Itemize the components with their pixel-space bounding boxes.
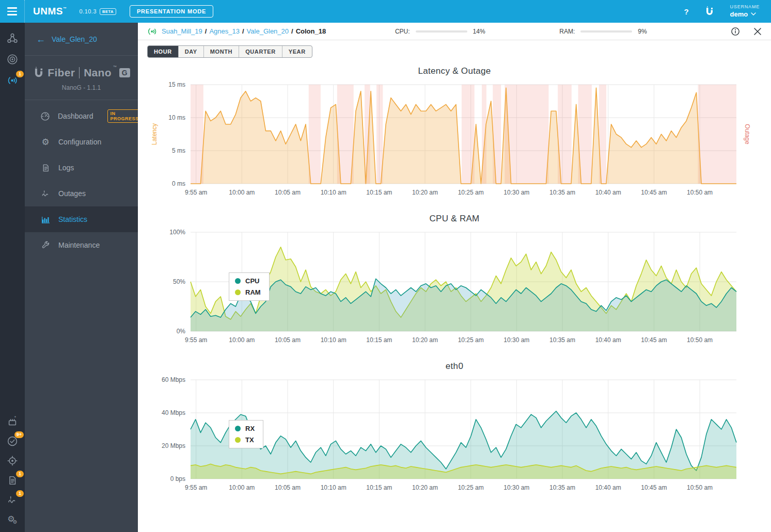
nav-item-dashboard[interactable]: Dashboard IN PROGRESS — [25, 103, 138, 129]
device-identity: Fiber Nano ™ G NanoG - 1.1.1 — [25, 56, 138, 100]
svg-text:10:40 am: 10:40 am — [595, 336, 621, 344]
device-model: Nano — [84, 67, 112, 79]
rx-legend-dot — [235, 426, 241, 431]
svg-text:10:15 am: 10:15 am — [366, 484, 392, 491]
device-model-suffix: G — [119, 68, 130, 77]
cpu-legend-dot — [235, 278, 241, 284]
breadcrumb-link[interactable]: Vale_Glen_20 — [247, 27, 289, 35]
svg-text:10:45 am: 10:45 am — [641, 336, 667, 344]
tab-day[interactable]: DAY — [179, 46, 204, 57]
info-icon[interactable] — [731, 27, 740, 36]
cpu-value: 14% — [473, 28, 491, 35]
configuration-icon: ⚙ — [40, 138, 51, 147]
latency-outage-chart: Latency & Outage 0 ms5 ms10 ms15 ms9:55 … — [143, 66, 766, 201]
nav-item-statistics[interactable]: Statistics — [25, 206, 138, 232]
tab-quarter[interactable]: QUARTER — [239, 46, 282, 57]
help-icon[interactable]: ? — [684, 7, 688, 16]
breadcrumb: Suah_Mill_19 / Agnes_13 / Vale_Glen_20 /… — [162, 27, 326, 35]
cpu-ram-chart: CPU & RAM 0%50%100%9:55 am10:00 am10:05 … — [143, 214, 766, 349]
close-icon[interactable] — [753, 27, 762, 36]
tab-year[interactable]: YEAR — [282, 46, 312, 57]
svg-text:*: * — [14, 416, 17, 420]
ram-legend-label: RAM — [245, 288, 261, 296]
nav-label: Outages — [58, 189, 86, 198]
back-site-name: Vale_Glen_20 — [52, 35, 97, 43]
outages-rail-badge: 1 — [16, 490, 24, 497]
cpu-meter: CPU: 14% — [395, 28, 491, 35]
eth0-chart: eth0 0 bps20 Mbps40 Mbps60 Mbps9:55 am10… — [143, 361, 766, 496]
rx-legend-label: RX — [245, 425, 255, 432]
username-label: USERNAME — [730, 4, 760, 10]
svg-text:10:50 am: 10:50 am — [687, 336, 713, 344]
nav-label: Logs — [58, 164, 74, 172]
svg-text:Outage: Outage — [744, 124, 751, 144]
svg-text:10:35 am: 10:35 am — [549, 189, 575, 196]
chart-title-cpu-ram: CPU & RAM — [143, 214, 766, 224]
tx-legend-dot — [235, 437, 241, 443]
presentation-mode-button[interactable]: PRESENTATION MODE — [130, 5, 213, 18]
nav-item-logs[interactable]: Logs — [25, 155, 138, 181]
svg-text:0 ms: 0 ms — [172, 180, 185, 187]
settings-icon[interactable]: ⚙⚙ — [6, 513, 19, 526]
svg-text:10:20 am: 10:20 am — [412, 484, 438, 491]
svg-text:10:15 am: 10:15 am — [366, 189, 392, 196]
cpu-legend-label: CPU — [245, 277, 259, 285]
app-version: 0.10.3 — [79, 8, 97, 14]
tab-hour[interactable]: HOUR — [148, 46, 179, 57]
device-version: NanoG - 1.1.1 — [29, 84, 134, 91]
svg-text:10:30 am: 10:30 am — [503, 189, 529, 196]
firmware-check-badge: 9+ — [14, 431, 24, 438]
signal-icon — [147, 26, 158, 37]
device-sidebar: ← Vale_Glen_20 Fiber Nano ™ G NanoG - 1.… — [25, 23, 138, 532]
nav-item-maintenance[interactable]: Maintenance — [25, 232, 138, 258]
svg-text:10:10 am: 10:10 am — [321, 484, 347, 491]
outages-icon — [40, 189, 51, 199]
nav-label: Statistics — [58, 215, 87, 223]
ubiquiti-logo-icon[interactable] — [704, 6, 715, 17]
svg-text:20 Mbps: 20 Mbps — [162, 442, 185, 449]
svg-text:10:40 am: 10:40 am — [595, 189, 621, 196]
statistics-panel: Suah_Mill_19 / Agnes_13 / Vale_Glen_20 /… — [138, 23, 771, 532]
controllers-icon[interactable] — [6, 53, 19, 66]
svg-text:40 Mbps: 40 Mbps — [162, 409, 185, 416]
svg-text:9:55 am: 9:55 am — [185, 336, 207, 344]
svg-text:50%: 50% — [173, 278, 185, 285]
breadcrumb-link[interactable]: Suah_Mill_19 — [162, 27, 202, 35]
breadcrumb-link[interactable]: Agnes_13 — [209, 27, 240, 35]
beta-badge: BETA — [100, 8, 116, 15]
sites-icon[interactable] — [6, 32, 19, 44]
svg-text:10:10 am: 10:10 am — [321, 189, 347, 196]
svg-text:10:35 am: 10:35 am — [549, 336, 575, 344]
user-menu[interactable]: USERNAME demo — [730, 4, 760, 19]
nav-item-outages[interactable]: Outages — [25, 181, 138, 206]
charts-area: Latency & Outage 0 ms5 ms10 ms15 ms9:55 … — [138, 58, 771, 509]
svg-text:10:45 am: 10:45 am — [641, 484, 667, 491]
app-logo: UNMS™ — [33, 6, 67, 17]
outages-rail-icon[interactable]: 1 — [6, 494, 19, 506]
device-log-icon[interactable]: 1 — [6, 474, 19, 487]
logo-separator — [79, 67, 80, 78]
tab-month[interactable]: MONTH — [204, 46, 239, 57]
nav-item-configuration[interactable]: ⚙ Configuration — [25, 129, 138, 155]
nav-label: Configuration — [58, 138, 101, 146]
device-log-badge: 1 — [16, 471, 24, 477]
discovery-icon[interactable] — [6, 455, 19, 467]
svg-text:0 bps: 0 bps — [170, 475, 185, 482]
devices-badge: 1 — [16, 71, 24, 77]
time-range-tabs: HOUR DAY MONTH QUARTER YEAR — [147, 45, 312, 58]
back-to-site-link[interactable]: ← Vale_Glen_20 — [25, 23, 138, 56]
devices-icon[interactable]: 1 — [6, 74, 19, 87]
svg-text:10:05 am: 10:05 am — [275, 189, 301, 196]
svg-text:0%: 0% — [177, 328, 186, 335]
firmware-check-icon[interactable]: 9+ — [6, 435, 19, 447]
back-arrow-icon: ← — [36, 35, 45, 44]
svg-text:10:25 am: 10:25 am — [458, 336, 484, 344]
hamburger-menu-icon[interactable] — [0, 0, 25, 23]
svg-text:10:30 am: 10:30 am — [503, 336, 529, 344]
chevron-down-icon — [751, 12, 756, 16]
svg-text:10:40 am: 10:40 am — [595, 484, 621, 491]
cpu-label: CPU: — [395, 28, 410, 35]
svg-text:10:25 am: 10:25 am — [458, 484, 484, 491]
in-progress-badge: IN PROGRESS — [107, 109, 142, 123]
firmware-icon[interactable]: * — [6, 415, 19, 428]
